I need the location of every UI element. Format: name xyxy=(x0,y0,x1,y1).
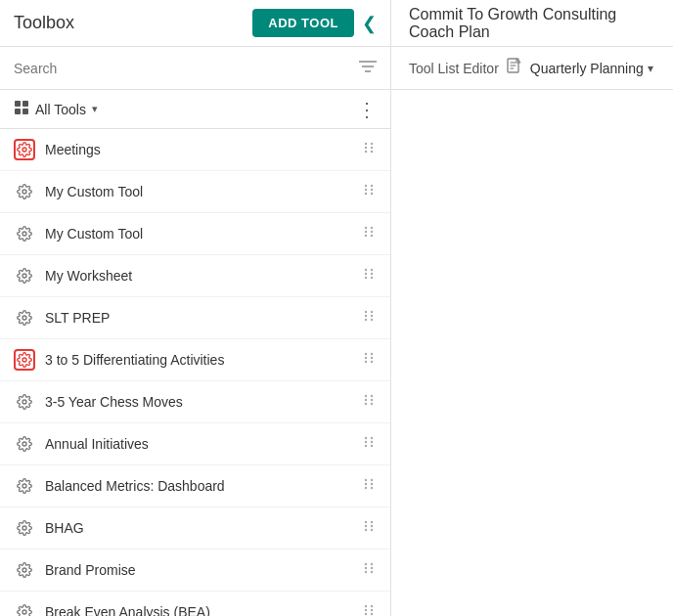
quarterly-planning-button[interactable]: Quarterly Planning ▾ xyxy=(530,61,653,76)
collapse-panel-button[interactable]: ❮ xyxy=(362,13,377,34)
svg-point-87 xyxy=(365,613,367,615)
svg-point-88 xyxy=(371,605,373,607)
svg-point-74 xyxy=(371,521,373,523)
svg-point-21 xyxy=(22,232,26,236)
all-tools-button[interactable]: All Tools ▾ xyxy=(14,100,98,118)
svg-point-60 xyxy=(371,437,373,439)
grid-icon xyxy=(14,100,29,118)
svg-point-23 xyxy=(365,231,367,233)
svg-point-34 xyxy=(371,277,373,279)
toolbox-title: Toolbox xyxy=(14,13,74,33)
svg-point-52 xyxy=(365,403,367,405)
tool-item[interactable]: My Worksheet xyxy=(0,255,390,297)
tool-item[interactable]: 3 to 5 Differentiating Activities xyxy=(0,339,390,381)
svg-point-70 xyxy=(22,526,26,530)
drag-handle-icon[interactable] xyxy=(361,224,377,243)
svg-point-69 xyxy=(371,487,373,489)
svg-point-29 xyxy=(365,269,367,271)
svg-point-54 xyxy=(371,399,373,401)
svg-point-38 xyxy=(365,319,367,321)
tool-item[interactable]: Balanced Metrics: Dashboard xyxy=(0,465,390,507)
drag-handle-icon[interactable] xyxy=(361,434,377,454)
svg-point-24 xyxy=(365,235,367,237)
svg-point-86 xyxy=(365,609,367,611)
svg-point-7 xyxy=(22,148,26,152)
svg-point-31 xyxy=(365,277,367,279)
svg-point-45 xyxy=(365,361,367,363)
add-tool-button[interactable]: ADD TOOL xyxy=(252,9,354,37)
tool-gear-icon xyxy=(14,139,35,160)
tool-item[interactable]: Annual Initiatives xyxy=(0,423,390,465)
tool-gear-icon xyxy=(14,517,35,539)
svg-point-35 xyxy=(22,316,26,320)
tool-name-label: SLT PREP xyxy=(45,310,361,326)
chevron-left-icon: ❮ xyxy=(362,13,377,34)
filter-icon[interactable] xyxy=(359,60,377,77)
tool-item[interactable]: SLT PREP xyxy=(0,297,390,339)
tool-name-label: 3-5 Year Chess Moves xyxy=(45,394,361,410)
tool-item[interactable]: My Custom Tool xyxy=(0,213,390,255)
drag-handle-icon[interactable] xyxy=(361,476,377,496)
drag-handle-icon[interactable] xyxy=(361,392,377,412)
tool-name-label: BHAG xyxy=(45,520,361,536)
tool-item[interactable]: BHAG xyxy=(0,507,390,550)
tool-gear-icon xyxy=(14,349,35,371)
search-input[interactable] xyxy=(14,61,359,76)
tool-name-label: My Worksheet xyxy=(45,268,361,284)
tool-item[interactable]: Meetings xyxy=(0,129,390,171)
tool-gear-icon xyxy=(14,391,35,413)
drag-handle-icon[interactable] xyxy=(361,602,377,616)
svg-point-11 xyxy=(371,143,373,145)
svg-point-61 xyxy=(371,441,373,443)
tool-name-label: Annual Initiatives xyxy=(45,436,361,452)
svg-point-76 xyxy=(371,529,373,531)
svg-point-68 xyxy=(371,483,373,485)
tool-gear-icon xyxy=(14,181,35,202)
quarterly-chevron-icon: ▾ xyxy=(648,62,653,75)
tools-list: Meetings My Custom Tool My Custom Tool xyxy=(0,129,390,616)
svg-rect-3 xyxy=(15,101,21,107)
svg-point-83 xyxy=(371,571,373,573)
tool-name-label: Break Even Analysis (BEA) xyxy=(45,604,361,616)
drag-handle-icon[interactable] xyxy=(361,308,377,328)
svg-point-39 xyxy=(371,311,373,313)
tool-gear-icon xyxy=(14,307,35,329)
drag-handle-icon[interactable] xyxy=(361,140,377,159)
svg-point-17 xyxy=(365,193,367,195)
svg-point-13 xyxy=(371,151,373,153)
tool-item[interactable]: My Custom Tool xyxy=(0,171,390,213)
svg-point-48 xyxy=(371,361,373,363)
drag-handle-icon[interactable] xyxy=(361,560,377,580)
drag-handle-icon[interactable] xyxy=(361,266,377,286)
drag-handle-icon[interactable] xyxy=(361,350,377,370)
svg-point-43 xyxy=(365,353,367,355)
svg-point-72 xyxy=(365,525,367,527)
tool-name-label: My Custom Tool xyxy=(45,226,361,242)
svg-point-26 xyxy=(371,231,373,233)
tool-item[interactable]: 3-5 Year Chess Moves xyxy=(0,381,390,423)
svg-point-22 xyxy=(365,227,367,229)
svg-point-58 xyxy=(365,441,367,443)
more-options-icon[interactable]: ⋮ xyxy=(357,98,377,121)
svg-point-90 xyxy=(371,613,373,615)
svg-point-47 xyxy=(371,357,373,359)
svg-point-71 xyxy=(365,521,367,523)
right-sub-bar: Tool List Editor Quarterly Planning ▾ xyxy=(391,47,673,90)
all-tools-bar: All Tools ▾ ⋮ xyxy=(0,90,390,129)
svg-point-82 xyxy=(371,567,373,569)
tool-item[interactable]: Brand Promise xyxy=(0,550,390,592)
svg-point-16 xyxy=(365,189,367,191)
right-panel: Commit To Growth Consulting Coach Plan T… xyxy=(391,0,673,616)
tool-list-editor-label: Tool List Editor xyxy=(409,61,499,76)
tool-item[interactable]: Break Even Analysis (BEA) xyxy=(0,592,390,616)
drag-handle-icon[interactable] xyxy=(361,182,377,201)
search-bar xyxy=(0,47,390,90)
svg-point-19 xyxy=(371,189,373,191)
tool-name-label: My Custom Tool xyxy=(45,184,361,199)
svg-point-63 xyxy=(22,484,26,488)
svg-point-77 xyxy=(22,568,26,572)
svg-point-84 xyxy=(22,610,26,614)
svg-point-40 xyxy=(371,315,373,317)
svg-point-42 xyxy=(22,358,26,362)
drag-handle-icon[interactable] xyxy=(361,518,377,538)
